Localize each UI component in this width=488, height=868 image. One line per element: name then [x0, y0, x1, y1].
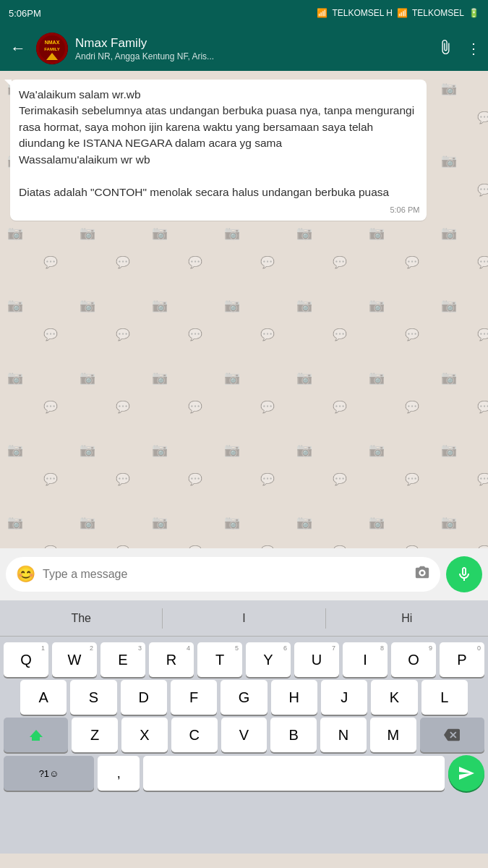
group-name: Nmax Family [75, 36, 430, 51]
key-m[interactable]: M [370, 718, 416, 752]
key-p[interactable]: 0P [440, 642, 484, 677]
key-t[interactable]: 5T [197, 642, 242, 677]
key-k[interactable]: K [371, 680, 417, 715]
keyboard-row-2: A S D F G H J K L [20, 680, 468, 715]
delete-key[interactable] [420, 718, 484, 752]
header-icons: ⋮ [437, 39, 481, 59]
message-bubble: Wa'alaikum salam wr.wbTerimakasih sebelu… [10, 80, 427, 221]
key-u[interactable]: 7U [294, 642, 339, 677]
key-e[interactable]: 3E [100, 642, 145, 677]
comma-key[interactable]: , [98, 756, 140, 791]
key-j[interactable]: J [321, 680, 367, 715]
emoji-button[interactable]: 😊 [16, 565, 35, 584]
suggestion-hi[interactable]: Hi [326, 600, 488, 636]
status-time: 5:06PM [9, 8, 41, 19]
back-button[interactable]: ← [7, 36, 29, 61]
status-bar: 5:06PM 📶 TELKOMSEL H 📶 TELKOMSEL 🔋 [0, 0, 488, 26]
input-bar: 😊 [0, 548, 488, 600]
key-c[interactable]: C [171, 718, 218, 752]
key-a[interactable]: A [20, 680, 67, 715]
message-text: Wa'alaikum salam wr.wbTerimakasih sebelu… [19, 88, 414, 198]
input-wrapper: 😊 [6, 557, 440, 592]
status-left: 5:06PM [9, 8, 41, 19]
key-q[interactable]: 1Q [4, 642, 48, 677]
key-l[interactable]: L [421, 680, 468, 715]
key-n[interactable]: N [320, 718, 367, 752]
space-key[interactable] [143, 756, 445, 791]
svg-text:FAMILY: FAMILY [44, 47, 59, 51]
carrier1: TELKOMSEL H [332, 8, 393, 18]
attach-icon[interactable] [437, 39, 453, 59]
svg-text:NMAX: NMAX [45, 40, 60, 45]
shift-key[interactable] [4, 718, 68, 752]
keyboard-row-1: 1Q 2W 3E 4R 5T 6Y 7U 8I 9O 0P [4, 642, 484, 677]
keyboard-row-3: Z X C V B N M [4, 718, 484, 752]
avatar-image: NMAX FAMILY [36, 33, 68, 64]
symbols-key[interactable]: ?1☺ [4, 756, 94, 791]
key-v[interactable]: V [221, 718, 267, 752]
svg-point-5 [421, 571, 424, 574]
chat-header: ← NMAX FAMILY Nmax Family Andri NR, Angg… [0, 26, 488, 71]
battery-icon: 🔋 [468, 8, 479, 18]
suggestion-bar: The I Hi [0, 600, 488, 637]
key-y[interactable]: 6Y [246, 642, 291, 677]
key-h[interactable]: H [271, 680, 317, 715]
key-f[interactable]: F [171, 680, 217, 715]
wifi-icon: 📶 [317, 8, 328, 18]
status-right: 📶 TELKOMSEL H 📶 TELKOMSEL 🔋 [317, 8, 479, 18]
group-members: Andri NR, Angga Kentung NF, Aris... [75, 51, 430, 61]
message-time: 5:06 PM [390, 205, 419, 216]
message-input[interactable] [43, 568, 407, 581]
key-r[interactable]: 4R [149, 642, 194, 677]
group-avatar: NMAX FAMILY [36, 33, 68, 64]
key-w[interactable]: 2W [52, 642, 97, 677]
key-x[interactable]: X [121, 718, 168, 752]
send-key[interactable] [448, 755, 484, 791]
key-b[interactable]: B [270, 718, 317, 752]
suggestion-i[interactable]: I [163, 600, 325, 636]
key-g[interactable]: G [221, 680, 267, 715]
more-options-icon[interactable]: ⋮ [466, 40, 481, 57]
key-z[interactable]: Z [72, 718, 118, 752]
suggestion-the[interactable]: The [0, 600, 162, 636]
mic-button[interactable] [446, 556, 482, 592]
carrier2: TELKOMSEL [412, 8, 464, 18]
keyboard-row-4: ?1☺ , [4, 755, 484, 791]
camera-button[interactable] [414, 565, 430, 584]
keyboard: 1Q 2W 3E 4R 5T 6Y 7U 8I 9O 0P A S D F G … [0, 637, 488, 854]
chat-area: Wa'alaikum salam wr.wbTerimakasih sebelu… [0, 71, 488, 548]
signal-icon: 📶 [397, 8, 408, 18]
key-i[interactable]: 8I [343, 642, 388, 677]
key-o[interactable]: 9O [391, 642, 436, 677]
key-d[interactable]: D [121, 680, 167, 715]
key-s[interactable]: S [70, 680, 116, 715]
header-info: Nmax Family Andri NR, Angga Kentung NF, … [75, 36, 430, 61]
